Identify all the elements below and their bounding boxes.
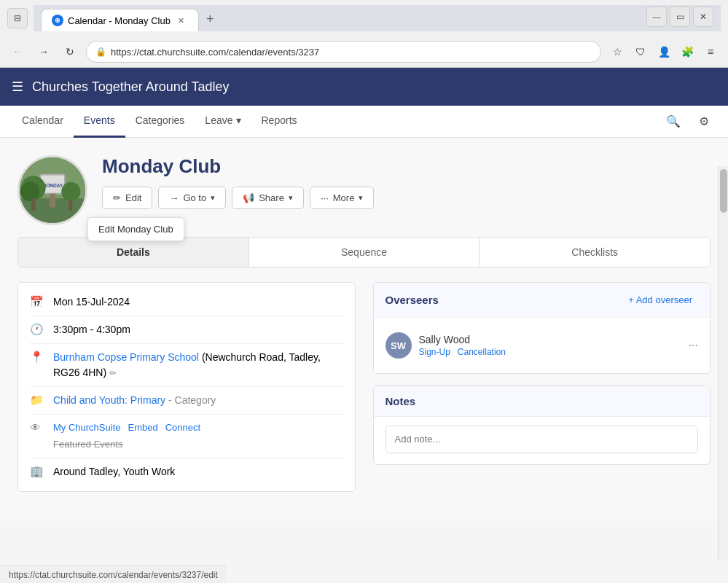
featured-events-text: Featured Events (53, 439, 122, 450)
bookmark-btn[interactable]: ☆ (607, 42, 627, 62)
left-col: 📅 Mon 15-Jul-2024 🕐 3:30pm - 4:30pm 📍 (17, 282, 356, 504)
browser-top-bar: ⊟ ⊕ Calendar - Monday Club ✕ + — ▭ ✕ (0, 0, 728, 36)
vis-link-connect[interactable]: Connect (165, 420, 200, 435)
tab-sequence[interactable]: Sequence (249, 238, 480, 267)
edit-icon: ✏ (113, 192, 121, 203)
active-tab[interactable]: ⊕ Calendar - Monday Club ✕ (41, 9, 199, 31)
nav-item-calendar[interactable]: Calendar (12, 106, 74, 138)
scrollbar-track[interactable] (718, 166, 728, 560)
menu-btn[interactable]: ≡ (700, 42, 721, 62)
share-btn[interactable]: 📢 Share ▾ (232, 187, 304, 209)
extensions-btn[interactable]: 🧩 (677, 42, 697, 62)
nav-item-leave[interactable]: Leave ▾ (195, 106, 251, 138)
back-btn[interactable]: ← (7, 42, 28, 62)
calendar-icon: 📅 (30, 295, 44, 308)
vis-link-embed[interactable]: Embed (128, 420, 157, 435)
event-header: MONDAY Monday Club ✏ Edit (17, 155, 711, 225)
overseers-body: SW Sally Wood Sign-Up Cancellation ··· (374, 318, 711, 373)
signup-link[interactable]: Sign-Up (419, 347, 450, 357)
address-actions: ☆ 🛡 👤 🧩 ≡ (607, 42, 721, 62)
refresh-btn[interactable]: ↻ (60, 42, 80, 62)
overseer-links: Sign-Up Cancellation (419, 347, 681, 357)
goto-label: Go to (183, 192, 206, 203)
event-avatar: MONDAY (17, 155, 87, 225)
detail-visibility: 👁 My ChurchSuite Embed Connect Featured … (30, 415, 343, 458)
eye-icon: 👁 (30, 421, 44, 434)
app-title: Churches Together Around Tadley (32, 79, 230, 95)
url-text: https://ctat.churchsuite.com/calendar/ev… (111, 47, 592, 58)
hamburger-icon[interactable]: ☰ (12, 79, 23, 95)
event-avatar-image: MONDAY (20, 157, 85, 223)
search-btn[interactable]: 🔍 (661, 109, 686, 134)
profile-btn[interactable]: 👤 (654, 42, 674, 62)
shield-btn[interactable]: 🛡 (630, 42, 651, 62)
minimize-btn[interactable]: — (646, 7, 667, 27)
goto-icon: → (169, 192, 179, 203)
settings-btn[interactable]: ⚙ (692, 109, 716, 134)
scrollbar-thumb[interactable] (720, 169, 727, 213)
more-icon: ··· (321, 192, 329, 203)
notes-input[interactable] (385, 426, 699, 453)
add-overseer-btn[interactable]: + Add overseer (622, 292, 698, 308)
goto-btn[interactable]: → Go to ▾ (158, 187, 226, 209)
vis-link-mychurchsuite[interactable]: My ChurchSuite (53, 420, 120, 435)
notes-title: Notes (385, 395, 416, 407)
nav-item-reports[interactable]: Reports (251, 106, 308, 138)
close-btn[interactable]: ✕ (693, 7, 713, 27)
nav-item-events[interactable]: Events (74, 106, 125, 138)
url-bar[interactable]: 🔒 https://ctat.churchsuite.com/calendar/… (86, 41, 601, 63)
leave-arrow-icon: ▾ (236, 114, 241, 126)
detail-location: 📍 Burnham Copse Primary School (Newchurc… (30, 344, 343, 387)
main-content: MONDAY Monday Club ✏ Edit (0, 138, 728, 521)
status-url: https://ctat.churchsuite.com/calendar/ev… (9, 570, 218, 580)
new-tab-btn[interactable]: + (199, 7, 222, 31)
category-suffix: - Category (168, 394, 216, 406)
window-controls: ⊟ (7, 8, 28, 28)
tab-close-btn[interactable]: ✕ (175, 14, 188, 27)
share-icon: 📢 (243, 192, 254, 203)
edit-tooltip-container: ✏ Edit Edit Monday Club (102, 187, 152, 209)
action-buttons-container: ✏ Edit Edit Monday Club → Go to ▾ 📢 Shar… (102, 187, 711, 209)
overseer-item: SW Sally Wood Sign-Up Cancellation ··· (385, 326, 699, 364)
edit-btn[interactable]: ✏ Edit (102, 187, 152, 209)
tab-details[interactable]: Details (18, 238, 249, 267)
nav-item-categories[interactable]: Categories (125, 106, 195, 138)
category-content: Child and Youth: Primary - Category (53, 393, 343, 408)
sidebar-btn[interactable]: ⊟ (7, 8, 28, 28)
tab-checklists[interactable]: Checklists (480, 238, 710, 267)
tabs: Details Sequence Checklists (17, 237, 711, 267)
status-bar: https://ctat.churchsuite.com/calendar/ev… (0, 566, 227, 583)
resize-handle[interactable] (718, 573, 728, 583)
nav-actions: 🔍 ⚙ (661, 109, 716, 134)
goto-arrow-icon: ▾ (211, 193, 215, 203)
forward-btn[interactable]: → (34, 42, 54, 62)
notes-header: Notes (374, 386, 711, 417)
svg-rect-8 (31, 198, 36, 211)
right-col: Overseers + Add overseer SW Sally Wood S… (373, 282, 711, 504)
detail-organization: 🏢 Around Tadley, Youth Work (30, 458, 343, 485)
notes-panel: Notes (373, 386, 711, 465)
edit-tooltip-popup: Edit Monday Club (87, 217, 184, 241)
content-grid: 📅 Mon 15-Jul-2024 🕐 3:30pm - 4:30pm 📍 (17, 282, 711, 504)
overseers-panel: Overseers + Add overseer SW Sally Wood S… (373, 282, 711, 374)
location-content: Burnham Copse Primary School (Newchurch … (53, 350, 343, 380)
tab-favicon: ⊕ (52, 15, 63, 26)
more-btn[interactable]: ··· More ▾ (310, 187, 374, 209)
overseers-title: Overseers (385, 294, 439, 306)
visibility-links: My ChurchSuite Embed Connect (53, 420, 343, 435)
address-bar: ← → ↻ 🔒 https://ctat.churchsuite.com/cal… (0, 36, 728, 67)
time-content: 3:30pm - 4:30pm (53, 322, 343, 337)
location-edit-icon[interactable]: ✏ (109, 368, 117, 378)
clock-icon: 🕐 (30, 323, 44, 336)
location-link[interactable]: Burnham Copse Primary School (53, 351, 199, 363)
event-title-section: Monday Club ✏ Edit Edit Monday Club → Go… (102, 155, 711, 209)
maximize-btn[interactable]: ▭ (670, 7, 690, 27)
organization-content: Around Tadley, Youth Work (53, 464, 343, 480)
overseer-more-btn[interactable]: ··· (689, 339, 698, 352)
organization-text: Around Tadley, Youth Work (53, 466, 175, 477)
category-link[interactable]: Child and Youth: Primary (53, 394, 165, 406)
cancellation-link[interactable]: Cancellation (458, 347, 506, 357)
action-buttons: ✏ Edit Edit Monday Club → Go to ▾ 📢 Shar… (102, 187, 711, 209)
event-title: Monday Club (102, 155, 711, 178)
browser-chrome: ⊟ ⊕ Calendar - Monday Club ✕ + — ▭ ✕ ← →… (0, 0, 728, 68)
